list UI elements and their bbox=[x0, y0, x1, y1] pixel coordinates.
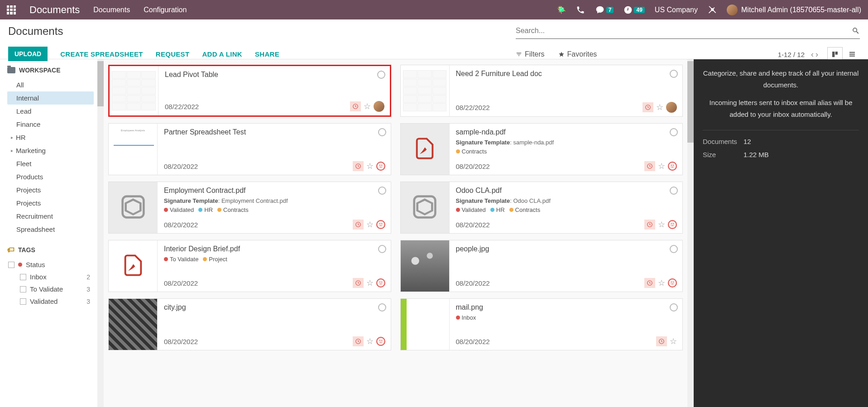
activity-clock-icon[interactable] bbox=[656, 336, 667, 346]
sidebar-item-products[interactable]: Products bbox=[7, 170, 94, 183]
sidebar-item-finance[interactable]: Finance bbox=[7, 118, 94, 131]
activity-clock-icon[interactable] bbox=[353, 161, 364, 171]
pager-next-icon[interactable]: › bbox=[815, 50, 818, 59]
sidebar-item-lead[interactable]: Lead bbox=[7, 105, 94, 118]
nav-link-configuration[interactable]: Configuration bbox=[144, 6, 187, 14]
activity-clock-icon[interactable] bbox=[644, 161, 655, 171]
select-checkbox[interactable] bbox=[670, 245, 678, 253]
search-bar bbox=[516, 25, 860, 39]
activity-clock-icon[interactable] bbox=[350, 101, 361, 111]
card-title: sample-nda.pdf bbox=[456, 128, 677, 136]
select-checkbox[interactable] bbox=[378, 303, 386, 311]
document-card[interactable]: Lead Pivot Table08/22/2022☆ bbox=[108, 65, 391, 117]
document-card[interactable]: mail.pngInbox08/20/2022☆ bbox=[400, 298, 683, 350]
star-icon[interactable]: ☆ bbox=[366, 336, 374, 346]
document-card[interactable]: city.jpg08/20/2022☆ bbox=[108, 298, 391, 350]
workspace-section: WORKSPACE bbox=[7, 67, 97, 74]
control-right: Filters Favorites 1-12 / 12 ‹ › bbox=[516, 25, 860, 62]
card-date: 08/22/2022 bbox=[165, 103, 199, 110]
document-card[interactable]: sample-nda.pdfSignature Template: sample… bbox=[400, 123, 683, 175]
main-scrollbar[interactable] bbox=[687, 59, 694, 407]
sidebar-item-projects-2[interactable]: Projects bbox=[7, 196, 94, 210]
star-icon[interactable]: ☆ bbox=[670, 336, 677, 346]
star-icon[interactable]: ☆ bbox=[658, 161, 665, 171]
select-checkbox[interactable] bbox=[378, 187, 386, 195]
select-checkbox[interactable] bbox=[670, 128, 678, 136]
info-panel: Categorize, share and keep track of all … bbox=[694, 59, 868, 407]
card-title: Lead Pivot Table bbox=[165, 71, 384, 79]
activity-clock-icon[interactable] bbox=[353, 220, 364, 230]
search-input[interactable] bbox=[516, 25, 852, 37]
call-icon[interactable] bbox=[576, 5, 585, 14]
share-button[interactable]: SHARE bbox=[255, 50, 279, 58]
select-checkbox[interactable] bbox=[378, 245, 386, 253]
tag-tovalidate[interactable]: To Validate3 bbox=[7, 283, 94, 295]
star-icon[interactable]: ☆ bbox=[658, 278, 665, 288]
document-card[interactable]: Need 2 Furniture Lead doc08/22/2022☆ bbox=[400, 65, 683, 117]
sidebar-item-recruitment[interactable]: Recruitment bbox=[7, 210, 94, 223]
search-icon[interactable] bbox=[852, 27, 860, 35]
sidebar-item-all[interactable]: All bbox=[7, 78, 94, 91]
svg-point-25 bbox=[671, 223, 672, 224]
star-icon[interactable]: ☆ bbox=[366, 278, 374, 288]
star-icon[interactable]: ☆ bbox=[364, 101, 371, 111]
info-header: Categorize, share and keep track of all … bbox=[703, 67, 859, 120]
apps-menu-icon[interactable] bbox=[7, 5, 16, 14]
card-date: 08/20/2022 bbox=[456, 221, 490, 229]
document-card[interactable]: Odoo CLA.pdfSignature Template: Odoo CLA… bbox=[400, 182, 683, 234]
activity-clock-icon[interactable] bbox=[643, 102, 653, 112]
sidebar-scrollbar[interactable] bbox=[97, 59, 104, 407]
svg-point-14 bbox=[379, 282, 380, 283]
user-menu[interactable]: Mitchell Admin (18570655-master-all) bbox=[727, 5, 861, 15]
activity-icon[interactable]: 49 bbox=[623, 5, 644, 14]
document-card[interactable]: Employees AnalysisPartner Spreadsheet Te… bbox=[108, 123, 391, 175]
add-link-button[interactable]: ADD A LINK bbox=[202, 50, 242, 58]
create-spreadsheet-button[interactable]: CREATE SPREADSHEET bbox=[60, 50, 143, 58]
tools-icon[interactable] bbox=[708, 5, 717, 14]
activity-clock-icon[interactable] bbox=[353, 336, 364, 346]
star-icon[interactable]: ☆ bbox=[366, 220, 374, 230]
sidebar-item-fleet[interactable]: Fleet bbox=[7, 157, 94, 170]
tag-inbox[interactable]: Inbox2 bbox=[7, 271, 94, 283]
filters-button[interactable]: Filters bbox=[516, 50, 545, 58]
activity-clock-icon[interactable] bbox=[644, 278, 655, 288]
card-title: mail.png bbox=[456, 303, 677, 311]
sidebar-item-spreadsheet[interactable]: Spreadsheet bbox=[7, 223, 94, 236]
svg-point-29 bbox=[673, 282, 674, 283]
tag-status[interactable]: Status bbox=[7, 259, 94, 271]
tags-section: 🏷TAGS bbox=[7, 246, 97, 254]
select-checkbox[interactable] bbox=[378, 128, 386, 136]
document-card[interactable]: Interior Design Brief.pdfTo ValidateProj… bbox=[108, 240, 391, 292]
user-name: Mitchell Admin (18570655-master-all) bbox=[741, 6, 861, 14]
svg-point-17 bbox=[379, 340, 380, 341]
activity-clock-icon[interactable] bbox=[353, 278, 364, 288]
document-card[interactable]: Employment Contract.pdfSignature Templat… bbox=[108, 182, 391, 234]
select-checkbox[interactable] bbox=[377, 71, 385, 79]
select-checkbox[interactable] bbox=[670, 187, 678, 195]
smiley-icon bbox=[376, 337, 385, 346]
messaging-icon[interactable]: 7 bbox=[595, 5, 614, 14]
tag-validated[interactable]: Validated3 bbox=[7, 295, 94, 307]
star-icon[interactable]: ☆ bbox=[656, 102, 663, 112]
select-checkbox[interactable] bbox=[670, 70, 678, 78]
company-selector[interactable]: US Company bbox=[655, 6, 698, 14]
activity-clock-icon[interactable] bbox=[644, 220, 655, 230]
card-date: 08/20/2022 bbox=[164, 338, 198, 345]
sidebar-item-marketing[interactable]: ▸Marketing bbox=[7, 144, 94, 157]
document-card[interactable]: people.jpg08/20/2022☆ bbox=[400, 240, 683, 292]
select-checkbox[interactable] bbox=[670, 303, 678, 311]
nav-link-documents[interactable]: Documents bbox=[93, 6, 130, 14]
request-button[interactable]: REQUEST bbox=[156, 50, 190, 58]
pager-prev-icon[interactable]: ‹ bbox=[811, 50, 814, 59]
card-thumbnail: Employees Analysis bbox=[109, 124, 158, 175]
debug-icon[interactable] bbox=[557, 5, 566, 14]
star-icon[interactable]: ☆ bbox=[366, 161, 374, 171]
sidebar-item-projects-1[interactable]: Projects bbox=[7, 183, 94, 196]
favorites-button[interactable]: Favorites bbox=[558, 50, 597, 58]
card-title: Odoo CLA.pdf bbox=[456, 187, 677, 195]
smiley-icon bbox=[668, 162, 677, 171]
top-navbar: Documents Documents Configuration 7 49 U… bbox=[0, 0, 868, 19]
sidebar-item-internal[interactable]: Internal bbox=[7, 91, 94, 105]
star-icon[interactable]: ☆ bbox=[658, 220, 665, 230]
sidebar-item-hr[interactable]: ▸HR bbox=[7, 131, 94, 144]
